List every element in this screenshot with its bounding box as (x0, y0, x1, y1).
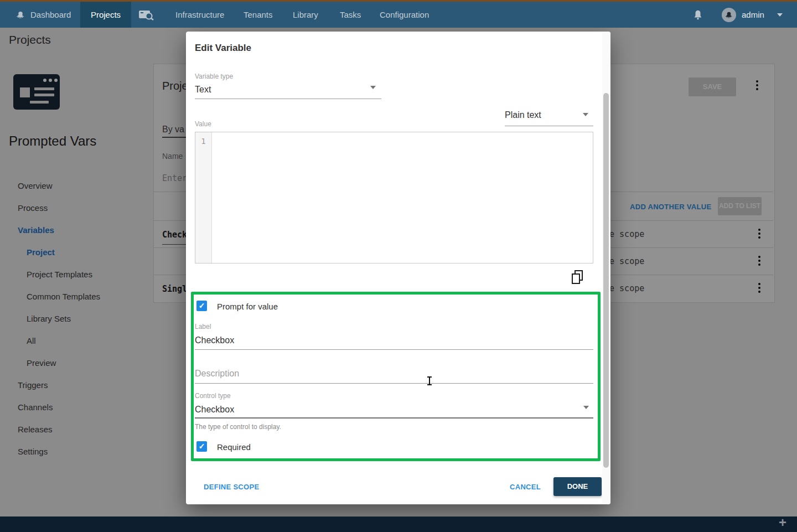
done-button[interactable]: DONE (553, 477, 602, 496)
required-checkbox[interactable]: ✓ (196, 441, 207, 452)
top-accent-strip (0, 0, 797, 2)
prompt-for-value-checkbox[interactable]: ✓ (196, 301, 207, 311)
control-type-select[interactable]: Checkbox (195, 405, 234, 415)
text-cursor-icon (426, 376, 432, 386)
variable-type-select[interactable]: Text (195, 85, 211, 95)
variable-type-label: Variable type (195, 73, 233, 80)
value-label: Value (195, 120, 211, 128)
nav-item-tenants[interactable]: Tenants (244, 2, 273, 28)
chevron-down-icon[interactable] (370, 86, 376, 89)
label-field-input[interactable]: Checkbox (195, 335, 234, 345)
project-search-icon[interactable] (138, 9, 155, 23)
nav-item-library[interactable]: Library (293, 2, 318, 28)
line-number-gutter: 1 (195, 132, 212, 263)
top-nav: Dashboard Projects Infrastructure Tenant… (0, 2, 797, 28)
required-label: Required (217, 442, 251, 452)
description-field-input[interactable]: Description (195, 369, 239, 379)
nav-item-configuration[interactable]: Configuration (380, 2, 429, 28)
label-field-label: Label (195, 323, 211, 330)
prompt-for-value-label: Prompt for value (217, 302, 278, 311)
copy-icon[interactable] (570, 270, 584, 287)
screen: Dashboard Projects Infrastructure Tenant… (0, 0, 797, 532)
chevron-down-icon[interactable] (583, 113, 588, 116)
scrollbar-thumb[interactable] (603, 93, 609, 468)
nav-item-projects[interactable]: Projects (80, 2, 131, 28)
bottom-bar: + (0, 516, 797, 532)
avatar[interactable] (722, 8, 736, 22)
control-type-helper: The type of control to display. (195, 423, 281, 431)
edit-variable-dialog: Edit Variable Variable type Text Plain t… (186, 32, 610, 504)
nav-item-tasks[interactable]: Tasks (340, 2, 361, 28)
control-type-label: Control type (195, 392, 231, 400)
notifications-bell-icon[interactable] (693, 9, 703, 23)
cancel-button[interactable]: CANCEL (510, 483, 541, 491)
value-code-editor[interactable]: 1 (195, 132, 593, 264)
dialog-title: Edit Variable (195, 43, 251, 54)
prompt-section-highlight (191, 292, 601, 461)
user-menu-chevron-down-icon[interactable] (777, 13, 783, 17)
define-scope-button[interactable]: DEFINE SCOPE (204, 483, 259, 491)
dialog-scrollbar[interactable] (602, 32, 610, 504)
octopus-logo-icon (15, 10, 25, 22)
nav-item-dashboard[interactable]: Dashboard (30, 2, 71, 28)
nav-item-infrastructure[interactable]: Infrastructure (175, 2, 224, 28)
value-format-select[interactable]: Plain text (505, 110, 541, 120)
user-name[interactable]: admin (742, 2, 764, 28)
add-icon[interactable]: + (779, 515, 786, 530)
chevron-down-icon[interactable] (583, 406, 589, 409)
